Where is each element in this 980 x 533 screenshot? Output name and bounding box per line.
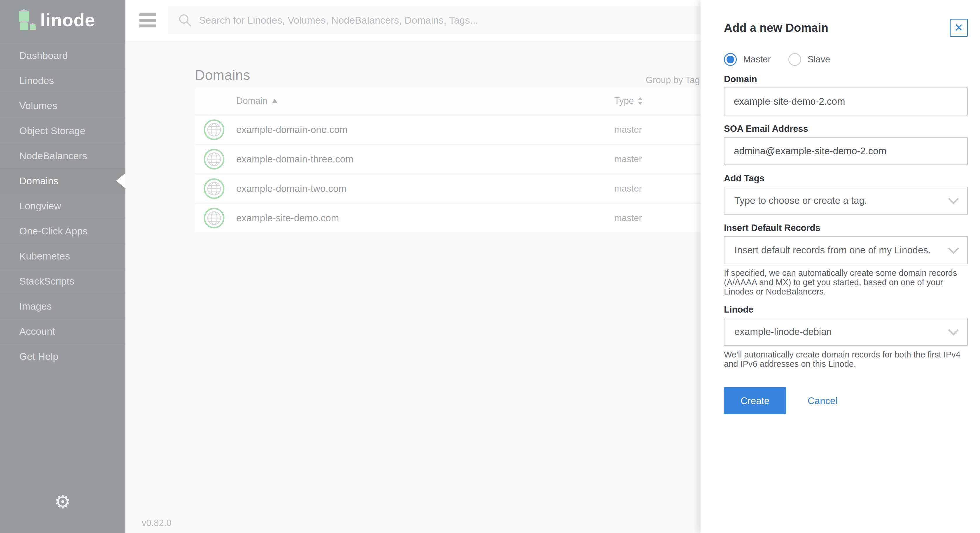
tags-field-group: Add Tags Type to choose or create a tag. (724, 173, 968, 215)
radio-selected-icon (724, 53, 737, 66)
chevron-down-icon (948, 243, 959, 254)
drawer-actions: Create Cancel (724, 387, 968, 414)
domain-type-radio-group: Master Slave (724, 53, 968, 66)
radio-unselected-icon (788, 53, 801, 66)
tags-field-label: Add Tags (724, 173, 968, 184)
chevron-down-icon (948, 194, 959, 204)
linode-field-label: Linode (724, 304, 968, 315)
create-button[interactable]: Create (724, 387, 786, 414)
tags-select-placeholder: Type to choose or create a tag. (734, 195, 867, 206)
tags-select[interactable]: Type to choose or create a tag. (724, 187, 968, 215)
domain-input[interactable] (724, 88, 968, 115)
radio-slave[interactable]: Slave (788, 53, 830, 66)
domain-field-group: Domain (724, 74, 968, 115)
soa-field-group: SOA Email Address (724, 124, 968, 165)
radio-dot (727, 56, 734, 63)
linode-select[interactable]: example-linode-debian (724, 318, 968, 346)
add-domain-drawer: Add a new Domain ✕ Master Slave Domain S… (701, 0, 980, 533)
default-records-field-group: Insert Default Records Insert default re… (724, 223, 968, 296)
linode-select-value: example-linode-debian (734, 326, 832, 337)
chevron-down-icon (948, 325, 959, 336)
drawer-title: Add a new Domain (724, 21, 828, 34)
default-records-label: Insert Default Records (724, 223, 968, 233)
domain-field-label: Domain (724, 74, 968, 84)
soa-field-label: SOA Email Address (724, 124, 968, 134)
close-button[interactable]: ✕ (950, 19, 968, 37)
default-records-helper-text: If specified, we can automatically creat… (724, 268, 968, 296)
cancel-button[interactable]: Cancel (808, 395, 838, 406)
linode-helper-text: We'll automatically create domain record… (724, 350, 968, 369)
radio-master[interactable]: Master (724, 53, 771, 66)
drawer-header: Add a new Domain ✕ (724, 19, 968, 37)
radio-label: Slave (808, 54, 830, 65)
linode-field-group: Linode example-linode-debian We'll autom… (724, 304, 968, 369)
default-records-select[interactable]: Insert default records from one of my Li… (724, 236, 968, 264)
radio-label: Master (743, 54, 771, 65)
soa-email-input[interactable] (724, 137, 968, 165)
close-icon: ✕ (954, 22, 963, 33)
default-records-value: Insert default records from one of my Li… (734, 245, 931, 256)
